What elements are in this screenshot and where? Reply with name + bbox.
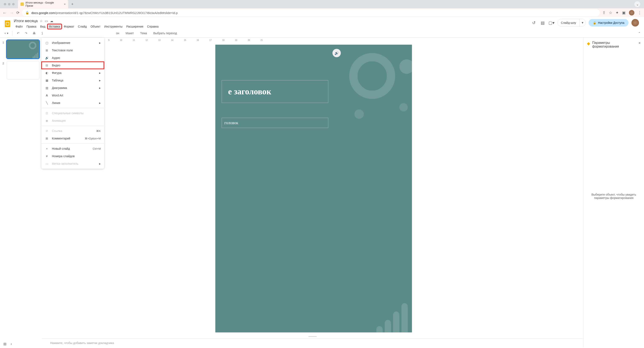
back-button[interactable]: ← [2, 10, 7, 15]
menu-insert[interactable]: Вставка [48, 24, 62, 29]
cloud-status-icon[interactable]: ☁ [50, 19, 53, 23]
reading-list-icon[interactable]: ▣ [622, 10, 626, 15]
menu-object[interactable]: Объект [89, 24, 102, 29]
menu-slide[interactable]: Слайд [76, 24, 88, 29]
dd-slide-numbers[interactable]: #Номера слайдов [42, 152, 104, 160]
chevron-right-icon: ▶ [99, 72, 101, 74]
dd-chart[interactable]: ▥Диаграмма▶ [42, 84, 104, 92]
shape-icon: ◐ [45, 71, 49, 75]
share-page-icon[interactable]: ⇧ [602, 10, 606, 15]
collapse-left-icon[interactable]: ‹ [11, 342, 12, 346]
chevron-right-icon: ▶ [99, 79, 101, 82]
dd-image[interactable]: ▢Изображение▶ [42, 39, 104, 46]
bottom-bar: ⊞ ‹ [3, 342, 12, 346]
dd-comment[interactable]: ⊞Комментарий⌘+Option+M [42, 135, 104, 142]
separator [42, 143, 104, 144]
share-label: Настройки Доступа [598, 21, 624, 24]
table-icon: ▦ [45, 78, 49, 82]
dd-animation: ◉Анимация [42, 117, 104, 124]
slides-logo-icon[interactable] [3, 20, 12, 28]
menu-extensions[interactable]: Расширения [124, 24, 145, 29]
move-icon[interactable]: ▭ [45, 19, 48, 23]
document-title[interactable]: Итоги месяца [14, 19, 38, 23]
chart-icon: ▥ [45, 86, 49, 90]
tab-close-icon[interactable]: × [64, 2, 66, 6]
slide-subtitle-placeholder[interactable]: головок [222, 118, 328, 128]
paint-format-button[interactable]: ⟆ [39, 30, 45, 36]
dd-placeholder: ▭Метка-заполнитель▶ [42, 160, 104, 168]
canvas-area: 456789101112131415161718192021 🔊 [42, 38, 583, 347]
notes-resize-handle[interactable] [42, 335, 583, 339]
slide-thumb-1[interactable] [7, 40, 39, 58]
slide-thumb-2[interactable] [7, 61, 39, 79]
print-button[interactable]: 🖶 [31, 30, 37, 36]
bookmark-icon[interactable]: ☆ [609, 10, 612, 15]
close-panel-icon[interactable]: × [638, 41, 641, 45]
transition-button[interactable]: Выбрать переход [151, 31, 179, 36]
dd-audio[interactable]: 🔊Аудио [42, 54, 104, 62]
plus-icon: + [45, 147, 49, 151]
url-input[interactable]: 🔒 docs.google.com/presentation/d/1-qp78z… [22, 9, 600, 16]
account-avatar-icon[interactable] [632, 19, 639, 26]
theme-button[interactable]: Тема [138, 31, 149, 36]
menu-edit[interactable]: Правка [25, 24, 38, 29]
collapse-toolbar-icon[interactable]: ⌃ [638, 31, 641, 35]
close-window-icon[interactable] [4, 3, 6, 5]
comments-icon[interactable]: ▤ [540, 20, 546, 26]
menu-help[interactable]: Справка [145, 24, 160, 29]
dd-table[interactable]: ▦Таблица▶ [42, 77, 104, 84]
dd-textbox[interactable]: ⊞Текстовое поле [42, 46, 104, 54]
chevron-right-icon: ▶ [99, 87, 101, 89]
menu-file[interactable]: Файл [14, 24, 24, 29]
decor-bars [376, 303, 408, 332]
background-button[interactable]: он [114, 31, 122, 36]
textbox-icon: ⊞ [45, 48, 49, 52]
menu-tools[interactable]: Инструменты [103, 24, 124, 29]
video-icon: ⊟ [45, 63, 49, 67]
slideshow-dropdown-icon[interactable]: ▾ [580, 19, 586, 26]
audio-badge-icon[interactable]: 🔊 [332, 49, 341, 57]
maximize-window-icon[interactable] [12, 3, 15, 5]
browser-menu-icon[interactable]: ⋮ [638, 10, 642, 15]
minimize-window-icon[interactable] [8, 3, 10, 5]
menubar: Файл Правка Вид Вставка Формат Слайд Объ… [14, 24, 529, 29]
reload-button[interactable]: ⟳ [16, 10, 20, 15]
dd-video[interactable]: ⊟Видео [42, 62, 104, 69]
slide-title-placeholder[interactable]: е заголовок [222, 80, 328, 103]
star-icon[interactable]: ☆ [40, 19, 43, 23]
history-icon[interactable]: ↺ [531, 20, 537, 26]
line-icon: ╲ [45, 101, 49, 105]
wordart-icon: A [45, 93, 49, 98]
browser-tab-active[interactable]: Итоги месяца - Google Презе × [18, 0, 68, 9]
slideshow-button[interactable]: Слайд-шоу ▾ [558, 19, 586, 26]
dd-special-chars: ΩСпециальные символы [42, 109, 104, 117]
separator [42, 126, 104, 126]
tab-strip: Итоги месяца - Google Презе × + ⌄ [0, 0, 644, 8]
panel-body-text: Выберите объект, чтобы увидеть параметры… [587, 48, 641, 344]
tabs-overflow-button[interactable]: ⌄ [634, 1, 640, 7]
dd-link: ⊘Ссылка⌘K [42, 127, 104, 135]
dd-new-slide[interactable]: +Новый слайдCtrl+M [42, 145, 104, 152]
chevron-right-icon: ▶ [99, 42, 101, 44]
profile-avatar-icon[interactable] [629, 10, 634, 15]
dd-wordart[interactable]: AWord Art [42, 92, 104, 99]
new-tab-button[interactable]: + [70, 1, 75, 7]
undo-button[interactable]: ↶ [15, 30, 21, 36]
slide-canvas[interactable]: 🔊 е заголовок головок [215, 45, 412, 332]
layout-button[interactable]: Макет [124, 31, 136, 36]
lock-icon: 🔒 [25, 11, 29, 15]
menu-view[interactable]: Вид [38, 24, 47, 29]
share-button[interactable]: 🔒 Настройки Доступа [588, 19, 628, 26]
speaker-notes[interactable]: Нажмите, чтобы добавить заметки докладчи… [42, 339, 583, 347]
menu-format[interactable]: Формат [62, 24, 76, 29]
extensions-icon[interactable]: ✦ [616, 10, 619, 15]
slide-num: 1 [2, 40, 5, 44]
new-slide-button[interactable]: + ▾ [3, 30, 9, 36]
dd-line[interactable]: ╲Линия▶ [42, 99, 104, 107]
redo-button[interactable]: ↷ [23, 30, 29, 36]
browser-chrome: Итоги месяца - Google Презе × + ⌄ ← → ⟳ … [0, 0, 644, 17]
explore-icon[interactable]: ⊞ [3, 342, 6, 346]
dd-shape[interactable]: ◐Фигура▶ [42, 69, 104, 77]
present-camera-icon[interactable]: ▢▾ [549, 20, 554, 26]
forward-button[interactable]: → [10, 10, 14, 15]
